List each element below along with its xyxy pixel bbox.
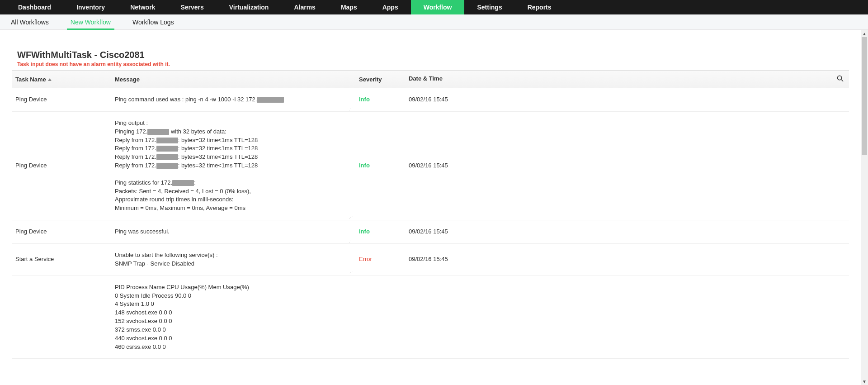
redacted-segment (257, 97, 284, 103)
col-datetime[interactable]: Date & Time (405, 71, 849, 88)
severity-badge: Info (359, 96, 370, 103)
page-header: WFWithMultiTask - Cisco2081 Task input d… (0, 30, 861, 70)
cell-severity (355, 276, 405, 359)
resize-handle-icon: ⋰ (349, 272, 353, 273)
nav-item-dashboard[interactable]: Dashboard (5, 0, 64, 14)
cell-message: Ping output : Pinging 172. with 32 bytes… (111, 111, 355, 220)
table-row: Ping DevicePing command used was : ping … (12, 88, 849, 112)
nav-item-reports[interactable]: Reports (515, 0, 564, 14)
cell-task-name: Ping Device (12, 111, 111, 220)
vertical-scrollbar[interactable]: ▲ ▼ (861, 30, 868, 385)
workflow-subnav: All WorkflowsNew WorkflowWorkflow Logs (0, 14, 868, 30)
cell-message: Ping command used was : ping -n 4 -w 100… (111, 88, 355, 112)
table-row: Ping DevicePing output : Pinging 172. wi… (12, 111, 849, 220)
nav-item-inventory[interactable]: Inventory (64, 0, 118, 14)
cell-severity: Info (355, 220, 405, 244)
log-table: Task Name Message Severity Date & Time P… (12, 70, 849, 359)
table-row: PID Process Name CPU Usage(%) Mem Usage(… (12, 276, 849, 359)
nav-item-servers[interactable]: Servers (168, 0, 216, 14)
table-header-row: Task Name Message Severity Date & Time (12, 71, 849, 88)
scrollbar-down-arrow[interactable]: ▼ (861, 378, 868, 385)
cell-task-name: Ping Device (12, 220, 111, 244)
tab-new-workflow[interactable]: New Workflow (71, 15, 111, 29)
nav-item-apps[interactable]: Apps (370, 0, 411, 14)
tab-workflow-logs[interactable]: Workflow Logs (132, 15, 174, 29)
redacted-segment (156, 163, 178, 169)
redacted-segment (156, 154, 178, 160)
cell-severity: Error (355, 243, 405, 276)
nav-item-network[interactable]: Network (118, 0, 168, 14)
content-scroll-area[interactable]: WFWithMultiTask - Cisco2081 Task input d… (0, 30, 861, 385)
resize-handle-icon: ⋰ (349, 108, 353, 109)
nav-item-workflow[interactable]: Workflow (411, 0, 465, 14)
nav-item-maps[interactable]: Maps (328, 0, 370, 14)
cell-message: Ping was successful.⋰ (111, 220, 355, 244)
search-icon[interactable] (837, 75, 844, 83)
severity-badge: Info (359, 162, 370, 169)
cell-message: PID Process Name CPU Usage(%) Mem Usage(… (111, 276, 355, 359)
cell-message: Unable to start the following service(s)… (111, 243, 355, 276)
col-task-name[interactable]: Task Name (12, 71, 111, 88)
cell-datetime: 09/02/16 15:45 (405, 111, 849, 220)
svg-point-0 (837, 76, 841, 80)
resize-handle-icon: ⋰ (349, 240, 353, 242)
severity-badge: Info (359, 228, 370, 235)
scrollbar-up-arrow[interactable]: ▲ (861, 30, 868, 37)
table-row: Ping DevicePing was successful.⋰Info09/0… (12, 220, 849, 244)
col-severity[interactable]: Severity (355, 71, 405, 88)
redacted-segment (172, 180, 194, 186)
tab-all-workflows[interactable]: All Workflows (11, 15, 49, 29)
cell-severity: Info (355, 111, 405, 220)
svg-line-1 (841, 80, 843, 81)
nav-item-settings[interactable]: Settings (464, 0, 514, 14)
page-alert: Task input does not have an alarm entity… (17, 61, 861, 67)
col-task-name-label: Task Name (15, 76, 46, 83)
nav-item-virtualization[interactable]: Virtualization (217, 0, 282, 14)
redacted-segment (156, 138, 178, 143)
resize-handle-icon: ⋰ (349, 217, 353, 218)
log-table-body: Ping DevicePing command used was : ping … (12, 88, 849, 359)
cell-datetime (405, 276, 849, 359)
cell-task-name: Start a Service (12, 243, 111, 276)
page-title: WFWithMultiTask - Cisco2081 (17, 50, 861, 60)
redacted-segment (156, 146, 178, 152)
severity-badge: Error (359, 256, 372, 262)
table-row: Start a ServiceUnable to start the follo… (12, 243, 849, 276)
nav-item-alarms[interactable]: Alarms (281, 0, 328, 14)
col-message[interactable]: Message (111, 71, 355, 88)
log-table-wrap: Task Name Message Severity Date & Time P… (0, 70, 861, 359)
cell-task-name: Ping Device (12, 88, 111, 112)
redacted-segment (147, 129, 169, 135)
cell-severity: Info (355, 88, 405, 112)
cell-datetime: 09/02/16 15:45 (405, 88, 849, 112)
col-severity-label: Severity (359, 76, 382, 83)
col-datetime-label: Date & Time (409, 75, 443, 82)
cell-task-name (12, 276, 111, 359)
cell-datetime: 09/02/16 15:45 (405, 220, 849, 244)
main-navbar: DashboardInventoryNetworkServersVirtuali… (0, 0, 868, 14)
cell-datetime: 09/02/16 15:45 (405, 243, 849, 276)
scrollbar-thumb[interactable] (862, 37, 867, 155)
col-message-label: Message (115, 76, 140, 83)
